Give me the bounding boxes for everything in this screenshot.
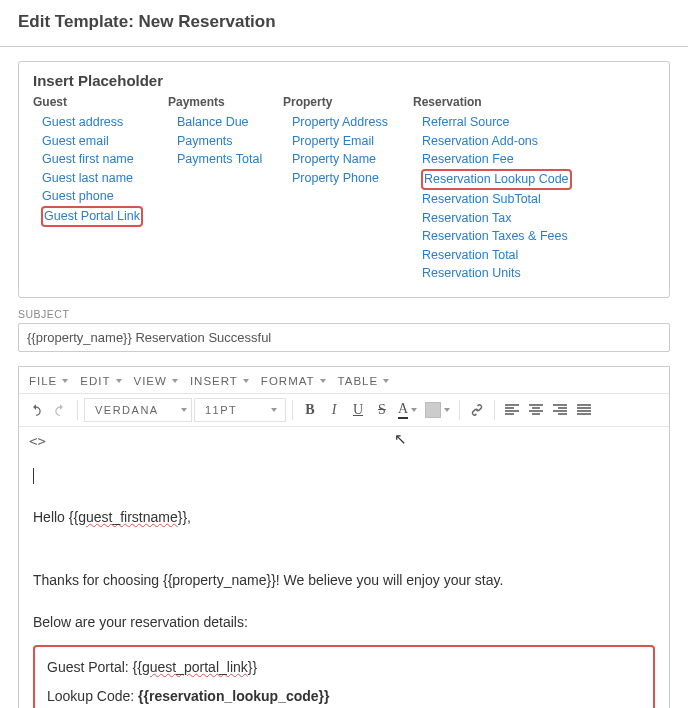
placeholder-link[interactable]: Guest email <box>41 133 110 151</box>
placeholder-link[interactable]: Reservation SubTotal <box>421 191 542 209</box>
body-text: guest_portal_link <box>142 659 248 675</box>
source-code-button[interactable]: <> <box>29 433 46 449</box>
placeholder-link[interactable]: Guest phone <box>41 188 115 206</box>
body-text: Thanks for choosing {{property_name}}! W… <box>33 570 655 591</box>
col-header: Reservation <box>413 95 572 109</box>
editor-secondary-toolbar: <> <box>19 427 669 455</box>
menu-view[interactable]: VIEW <box>130 373 182 389</box>
rich-text-editor: FILE EDIT VIEW INSERT FORMAT TABLE VERDA… <box>18 366 670 709</box>
placeholder-link[interactable]: Payments <box>176 133 234 151</box>
insert-placeholder-panel: Insert Placeholder Guest Guest address G… <box>18 61 670 298</box>
chevron-down-icon <box>411 408 417 412</box>
placeholder-col-payments: Payments Balance Due Payments Payments T… <box>168 95 275 283</box>
font-family-select[interactable]: VERDANA <box>84 398 192 422</box>
menu-file[interactable]: FILE <box>25 373 72 389</box>
align-right-icon <box>553 404 567 416</box>
text-cursor <box>33 468 34 484</box>
font-size-select[interactable]: 11PT <box>194 398 286 422</box>
menu-format[interactable]: FORMAT <box>257 373 330 389</box>
text-color-button[interactable]: A <box>395 398 420 422</box>
col-header: Property <box>283 95 405 109</box>
body-text: Guest Portal: {{ <box>47 659 142 675</box>
align-center-button[interactable] <box>525 398 547 422</box>
col-header: Guest <box>33 95 160 109</box>
highlighted-placeholder-block: Guest Portal: {{guest_portal_link}} Look… <box>33 645 655 709</box>
strikethrough-button[interactable]: S <box>371 398 393 422</box>
body-text: Hello {{ <box>33 509 78 525</box>
editor-body[interactable]: Hello {{guest_firstname}}, Thanks for ch… <box>19 455 669 709</box>
highlight-swatch-icon <box>425 402 441 418</box>
chevron-down-icon <box>181 408 187 412</box>
placeholder-link[interactable]: Property Address <box>291 114 389 132</box>
placeholder-col-property: Property Property Address Property Email… <box>283 95 405 283</box>
placeholder-link-guest-portal[interactable]: Guest Portal Link <box>41 206 143 228</box>
placeholder-link[interactable]: Guest address <box>41 114 124 132</box>
placeholder-link[interactable]: Guest last name <box>41 170 134 188</box>
chevron-down-icon <box>271 408 277 412</box>
subject-input[interactable] <box>18 323 670 352</box>
subject-section: SUBJECT <box>18 308 670 352</box>
placeholder-link[interactable]: Property Email <box>291 133 375 151</box>
italic-button[interactable]: I <box>323 398 345 422</box>
chevron-down-icon <box>243 379 249 383</box>
chevron-down-icon <box>320 379 326 383</box>
placeholder-link[interactable]: Referral Source <box>421 114 511 132</box>
page-title: Edit Template: New Reservation <box>0 0 688 47</box>
redo-button[interactable] <box>49 398 71 422</box>
bold-button[interactable]: B <box>299 398 321 422</box>
align-left-button[interactable] <box>501 398 523 422</box>
redo-icon <box>53 403 67 417</box>
insert-link-button[interactable] <box>466 398 488 422</box>
placeholder-link[interactable]: Reservation Add-ons <box>421 133 539 151</box>
placeholder-link[interactable]: Payments Total <box>176 151 263 169</box>
body-text: }}, <box>178 509 191 525</box>
placeholder-link-lookup-code[interactable]: Reservation Lookup Code <box>421 169 572 191</box>
align-justify-button[interactable] <box>573 398 595 422</box>
placeholder-link[interactable]: Balance Due <box>176 114 250 132</box>
placeholder-link[interactable]: Reservation Taxes & Fees <box>421 228 569 246</box>
placeholder-link[interactable]: Property Phone <box>291 170 380 188</box>
chevron-down-icon <box>116 379 122 383</box>
body-text: }} <box>248 659 257 675</box>
editor-toolbar: VERDANA 11PT B I U S A <box>19 393 669 427</box>
editor-menubar: FILE EDIT VIEW INSERT FORMAT TABLE <box>19 367 669 393</box>
highlight-color-button[interactable] <box>422 398 453 422</box>
align-left-icon <box>505 404 519 416</box>
body-text: {{reservation_lookup_code}} <box>138 688 329 704</box>
placeholder-link[interactable]: Guest first name <box>41 151 135 169</box>
undo-button[interactable] <box>25 398 47 422</box>
chevron-down-icon <box>172 379 178 383</box>
chevron-down-icon <box>444 408 450 412</box>
align-justify-icon <box>577 404 591 416</box>
underline-button[interactable]: U <box>347 398 369 422</box>
menu-edit[interactable]: EDIT <box>76 373 125 389</box>
placeholder-col-reservation: Reservation Referral Source Reservation … <box>413 95 572 283</box>
align-right-button[interactable] <box>549 398 571 422</box>
placeholder-col-guest: Guest Guest address Guest email Guest fi… <box>33 95 160 283</box>
body-text: guest_firstname <box>78 509 178 525</box>
subject-label: SUBJECT <box>18 308 670 320</box>
placeholder-link[interactable]: Reservation Tax <box>421 210 512 228</box>
body-text: Lookup Code: <box>47 688 138 704</box>
placeholder-link[interactable]: Property Name <box>291 151 377 169</box>
link-icon <box>470 403 484 417</box>
align-center-icon <box>529 404 543 416</box>
body-text: Below are your reservation details: <box>33 612 655 633</box>
menu-table[interactable]: TABLE <box>334 373 394 389</box>
undo-icon <box>29 403 43 417</box>
panel-heading: Insert Placeholder <box>33 72 655 89</box>
menu-insert[interactable]: INSERT <box>186 373 253 389</box>
placeholder-link[interactable]: Reservation Total <box>421 247 519 265</box>
chevron-down-icon <box>62 379 68 383</box>
chevron-down-icon <box>383 379 389 383</box>
col-header: Payments <box>168 95 275 109</box>
placeholder-link[interactable]: Reservation Fee <box>421 151 515 169</box>
placeholder-link[interactable]: Reservation Units <box>421 265 522 283</box>
